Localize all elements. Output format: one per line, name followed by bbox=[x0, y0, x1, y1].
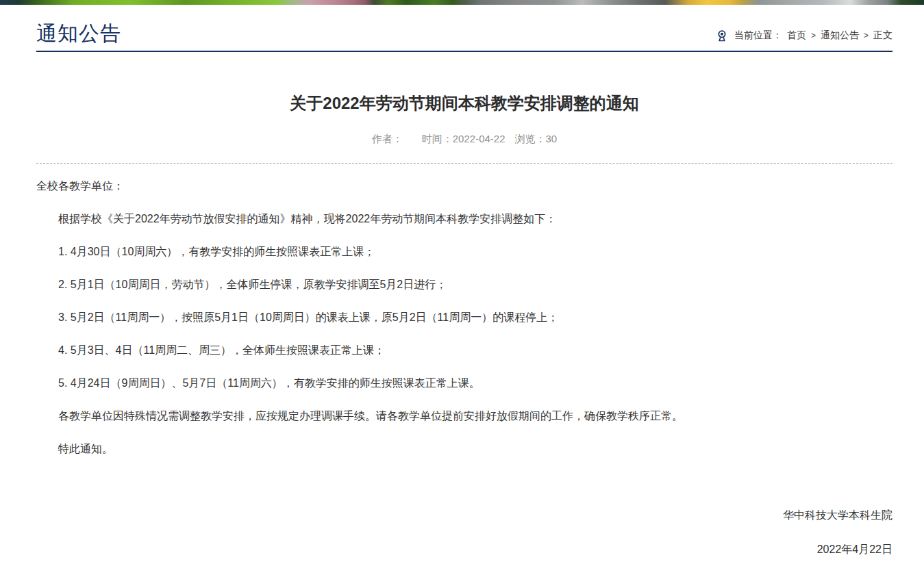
banner-photo-strip bbox=[0, 0, 924, 5]
paragraph-item-3: 3. 5月2日（11周周一），按照原5月1日（10周周日）的课表上课，原5月2日… bbox=[36, 301, 892, 334]
header-divider bbox=[36, 51, 892, 52]
signature-organization: 华中科技大学本科生院 bbox=[36, 498, 892, 533]
article-title: 关于2022年劳动节期间本科教学安排调整的通知 bbox=[36, 92, 892, 115]
location-pin-icon bbox=[716, 29, 727, 42]
meta-time-value: 2022-04-22 bbox=[453, 133, 505, 144]
meta-views-label: 浏览： bbox=[515, 133, 546, 144]
meta-author-label: 作者： bbox=[372, 133, 403, 144]
signature-block: 华中科技大学本科生院 2022年4月22日 bbox=[36, 498, 892, 567]
page-container: 通知公告 当前位置： 首页 > 通知公告 > 正文 关于2022年劳动节期间本科… bbox=[0, 5, 924, 567]
breadcrumb-location-label: 当前位置： bbox=[734, 29, 782, 42]
paragraph-item-1: 1. 4月30日（10周周六），有教学安排的师生按照课表正常上课； bbox=[36, 235, 892, 268]
breadcrumb-separator: > bbox=[811, 31, 816, 40]
breadcrumb: 当前位置： 首页 > 通知公告 > 正文 bbox=[716, 29, 892, 42]
section-header: 通知公告 当前位置： 首页 > 通知公告 > 正文 bbox=[36, 5, 892, 49]
paragraph-closing-note: 各教学单位因特殊情况需调整教学安排，应按规定办理调课手续。请各教学单位提前安排好… bbox=[36, 400, 892, 433]
meta-time-label: 时间： bbox=[422, 133, 453, 144]
breadcrumb-link-notices[interactable]: 通知公告 bbox=[821, 29, 859, 42]
signature-date: 2022年4月22日 bbox=[36, 533, 892, 567]
paragraph-item-4: 4. 5月3日、4日（11周周二、周三），全体师生按照课表正常上课； bbox=[36, 334, 892, 367]
breadcrumb-separator: > bbox=[864, 31, 869, 40]
notice-article: 关于2022年劳动节期间本科教学安排调整的通知 作者：时间：2022-04-22… bbox=[36, 92, 892, 567]
dashed-divider bbox=[36, 163, 892, 164]
paragraph-salutation: 全校各教学单位： bbox=[36, 170, 892, 203]
paragraph-intro: 根据学校《关于2022年劳动节放假安排的通知》精神，现将2022年劳动节期间本科… bbox=[36, 203, 892, 235]
breadcrumb-current-page: 正文 bbox=[873, 29, 892, 42]
article-body: 全校各教学单位： 根据学校《关于2022年劳动节放假安排的通知》精神，现将202… bbox=[36, 170, 892, 465]
page-title: 通知公告 bbox=[36, 21, 121, 46]
paragraph-item-2: 2. 5月1日（10周周日，劳动节），全体师生停课，原教学安排调至5月2日进行； bbox=[36, 268, 892, 301]
article-meta: 作者：时间：2022-04-22浏览：30 bbox=[36, 131, 892, 146]
paragraph-item-5: 5. 4月24日（9周周日）、5月7日（11周周六），有教学安排的师生按照课表正… bbox=[36, 367, 892, 400]
paragraph-hereby: 特此通知。 bbox=[36, 433, 892, 465]
meta-views-value: 30 bbox=[546, 133, 558, 144]
breadcrumb-link-home[interactable]: 首页 bbox=[787, 29, 806, 42]
